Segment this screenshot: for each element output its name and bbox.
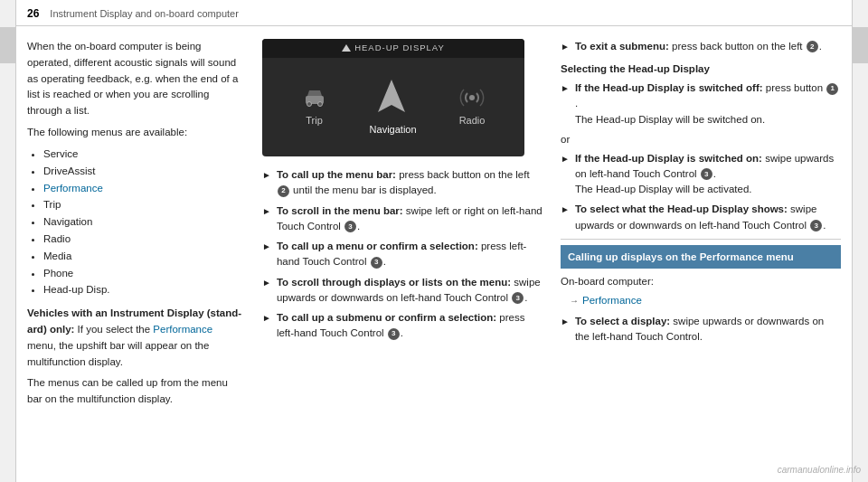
badge-3a: 3 [344,221,356,232]
arrow-right-icon: → [570,294,579,308]
badge-3d: 3 [388,328,400,340]
car-svg-icon [303,89,326,107]
vehicle-para: Vehicles with an Instrument Display (sta… [27,306,244,370]
list-item: Performance [43,181,244,197]
badge-1: 1 [826,83,838,95]
bullet-callup-menubar-text: To call up the menu bar: press back butt… [277,167,542,199]
bullet-exit-submenu-text: To exit a submenu: press back button on … [575,39,822,54]
nav-arrow-svg-icon [373,78,410,118]
hud-item-trip: Trip [302,85,327,128]
indented-performance-link: → Performance [570,293,841,309]
bullet-arrow-icon: ► [262,276,271,290]
badge-2b: 2 [807,41,818,52]
content-area: When the on-board computer is being oper… [0,26,868,482]
hud-trip-label: Trip [302,113,327,128]
bullet-callup-menu-text: To call up a menu or confirm a selection… [277,239,542,270]
bullet-hud-on: ► If the Head-up Display is switched on:… [561,151,841,198]
list-item: Head-up Disp. [43,282,244,298]
page-title: Instrument Display and on-board computer [50,8,239,19]
bullet-arrow-icon: ► [561,315,570,329]
bullet-select-display: ► To select a display: swipe upwards or … [561,314,841,345]
hud-radio-label: Radio [459,113,486,128]
vehicle-para-text: If you select the [74,324,153,335]
page-border-right [852,0,868,482]
svg-point-3 [317,102,322,107]
svg-point-2 [307,102,311,107]
svg-marker-4 [378,80,405,112]
vehicle-para-rest: menu, the upshift bar will appear on the… [27,340,209,367]
nav-icon [370,76,413,119]
list-item: Navigation [43,214,244,231]
list-item: Radio [43,232,244,248]
list-item: Media [43,249,244,265]
available-label: The following menus are available: [27,125,244,141]
middle-bullets: ► To call up the menu bar: press back bu… [262,167,542,342]
bullet-arrow-icon: ► [262,204,271,219]
badge-3b: 3 [371,257,382,269]
bullet-arrow-icon: ► [561,40,570,54]
selecting-hud-title: Selecting the Head-up Display [561,61,841,78]
header-bar: 26 Instrument Display and on-board compu… [0,0,868,26]
bullet-arrow-icon: ► [262,311,271,326]
watermark: carmanualonline.info [778,465,861,475]
menus-para: The menus can be called up from the menu… [27,375,244,408]
page-container: 26 Instrument Display and on-board compu… [0,0,868,482]
right-top-section: ► To exit a submenu: press back button o… [561,39,841,54]
list-item: Trip [43,197,244,213]
trip-icon [302,85,327,110]
callout-title: Calling up displays on the Performance m… [568,251,794,262]
badge-2: 2 [278,185,289,197]
bullet-arrow-icon: ► [262,168,271,183]
hud-top-bar: HEAD-UP DISPLAY [262,39,524,58]
bullet-hud-off-text: If the Head-up Display is switched off: … [575,80,841,128]
bullet-arrow-icon: ► [561,152,570,166]
bullet-callup-submenu: ► To call up a submenu or confirm a sele… [262,310,542,342]
bullet-select-hud: ► To select what the Head-up Display sho… [561,202,841,233]
list-item: Phone [43,266,244,282]
bullet-select-display-text: To select a display: swipe upwards or do… [575,314,841,345]
hud-triangle-icon [342,44,351,52]
divider [561,239,841,240]
performance-onboard-link[interactable]: Performance [582,293,642,309]
badge-3c: 3 [512,292,524,304]
list-item: DriveAssist [43,164,244,180]
page-border-left [0,0,16,482]
tab-mark-right [852,27,868,63]
page-number: 26 [27,7,39,20]
intro-text: When the on-board computer is being oper… [27,39,244,119]
or-label: or [561,132,841,148]
bullet-arrow-icon: ► [561,81,570,96]
performance-link[interactable]: Performance [153,324,212,335]
radio-icon [459,85,485,110]
onboard-label: On-board computer: [561,274,841,290]
bullet-callup-menu: ► To call up a menu or confirm a selecti… [262,239,542,270]
bullet-scroll-displays: ► To scroll through displays or lists on… [262,275,542,307]
hud-label: HEAD-UP DISPLAY [354,42,445,55]
callout-box: Calling up displays on the Performance m… [561,245,841,269]
badge-3f: 3 [810,220,822,232]
bullet-callup-menubar: ► To call up the menu bar: press back bu… [262,167,542,199]
middle-column: HEAD-UP DISPLAY [262,39,542,473]
bullet-select-hud-text: To select what the Head-up Display shows… [575,202,841,233]
bullet-arrow-icon: ► [262,240,271,254]
hud-navigation-label: Navigation [370,122,417,137]
hud-body: Trip Navigation [262,58,524,156]
svg-marker-1 [307,90,322,96]
badge-3e: 3 [701,168,712,180]
hud-item-navigation: Navigation [370,76,417,137]
bullet-scroll-menubar: ► To scroll in the menu bar: swipe left … [262,203,542,235]
menu-list: Service DriveAssist Performance Trip Nav… [27,146,244,298]
bullet-hud-off: ► If the Head-up Display is switched off… [561,80,841,128]
hud-item-radio: Radio [459,85,486,128]
left-column: When the on-board computer is being oper… [27,39,244,473]
bullet-scroll-displays-text: To scroll through displays or lists on t… [277,275,542,307]
right-column: ► To exit a submenu: press back button o… [561,39,841,473]
radio-wave-svg-icon [459,85,485,110]
list-item: Service [43,146,244,163]
tab-mark-left [0,27,16,63]
bullet-hud-on-text: If the Head-up Display is switched on: s… [575,151,841,198]
bullet-exit-submenu: ► To exit a submenu: press back button o… [561,39,841,54]
bullet-callup-submenu-text: To call up a submenu or confirm a select… [277,310,542,342]
bullet-arrow-icon: ► [561,203,570,217]
bullet-scroll-menubar-text: To scroll in the menu bar: swipe left or… [277,203,542,235]
